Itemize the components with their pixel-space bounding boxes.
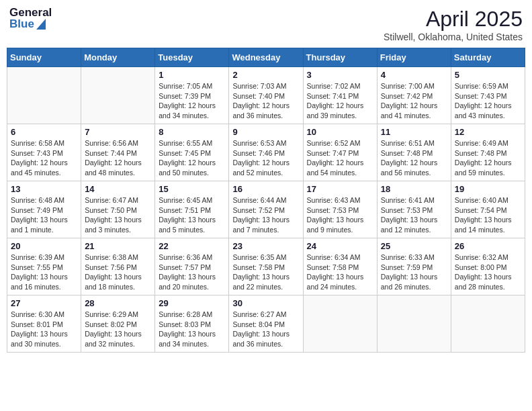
day-info: Sunrise: 6:59 AM Sunset: 7:43 PM Dayligh… bbox=[455, 81, 521, 121]
day-info: Sunrise: 6:44 AM Sunset: 7:52 PM Dayligh… bbox=[232, 195, 299, 235]
calendar-cell: 7Sunrise: 6:56 AM Sunset: 7:44 PM Daylig… bbox=[81, 124, 155, 181]
week-row-3: 13Sunrise: 6:48 AM Sunset: 7:49 PM Dayli… bbox=[7, 181, 525, 238]
logo: General Blue bbox=[9, 7, 52, 30]
day-number: 12 bbox=[455, 127, 521, 137]
day-info: Sunrise: 6:40 AM Sunset: 7:54 PM Dayligh… bbox=[455, 195, 521, 235]
calendar-header-sunday: Sunday bbox=[7, 48, 81, 67]
logo-general: General bbox=[9, 7, 52, 18]
logo-triangle-icon bbox=[36, 19, 46, 30]
day-number: 18 bbox=[381, 184, 447, 194]
calendar-cell: 13Sunrise: 6:48 AM Sunset: 7:49 PM Dayli… bbox=[7, 181, 81, 238]
day-number: 6 bbox=[11, 127, 77, 137]
day-info: Sunrise: 6:34 AM Sunset: 7:58 PM Dayligh… bbox=[307, 253, 373, 292]
calendar-header-saturday: Saturday bbox=[451, 48, 525, 67]
calendar-cell: 21Sunrise: 6:38 AM Sunset: 7:56 PM Dayli… bbox=[81, 238, 155, 295]
calendar-cell: 17Sunrise: 6:43 AM Sunset: 7:53 PM Dayli… bbox=[303, 181, 377, 238]
day-info: Sunrise: 6:45 AM Sunset: 7:51 PM Dayligh… bbox=[159, 195, 225, 235]
calendar-cell: 20Sunrise: 6:39 AM Sunset: 7:55 PM Dayli… bbox=[7, 238, 81, 295]
svg-marker-0 bbox=[36, 19, 46, 30]
day-number: 3 bbox=[307, 70, 373, 80]
day-number: 8 bbox=[159, 127, 225, 137]
calendar-cell: 14Sunrise: 6:47 AM Sunset: 7:50 PM Dayli… bbox=[81, 181, 155, 238]
day-info: Sunrise: 6:41 AM Sunset: 7:53 PM Dayligh… bbox=[381, 195, 447, 235]
calendar-header-thursday: Thursday bbox=[303, 48, 377, 67]
calendar-cell: 30Sunrise: 6:27 AM Sunset: 8:04 PM Dayli… bbox=[229, 295, 303, 353]
day-number: 23 bbox=[232, 241, 299, 251]
day-info: Sunrise: 6:36 AM Sunset: 7:57 PM Dayligh… bbox=[159, 253, 225, 292]
day-info: Sunrise: 6:58 AM Sunset: 7:43 PM Dayligh… bbox=[11, 138, 77, 178]
day-info: Sunrise: 6:55 AM Sunset: 7:45 PM Dayligh… bbox=[159, 138, 225, 178]
calendar-cell: 25Sunrise: 6:33 AM Sunset: 7:59 PM Dayli… bbox=[377, 238, 451, 295]
day-number: 30 bbox=[232, 298, 299, 308]
day-number: 27 bbox=[11, 298, 77, 308]
calendar-cell: 18Sunrise: 6:41 AM Sunset: 7:53 PM Dayli… bbox=[377, 181, 451, 238]
calendar-cell: 3Sunrise: 7:02 AM Sunset: 7:41 PM Daylig… bbox=[303, 67, 377, 124]
calendar-table: SundayMondayTuesdayWednesdayThursdayFrid… bbox=[7, 48, 525, 353]
day-info: Sunrise: 6:28 AM Sunset: 8:03 PM Dayligh… bbox=[159, 310, 225, 349]
page-header: General Blue April 2025 Stilwell, Oklaho… bbox=[7, 7, 525, 42]
week-row-1: 1Sunrise: 7:05 AM Sunset: 7:39 PM Daylig… bbox=[7, 67, 525, 124]
day-number: 14 bbox=[85, 184, 151, 194]
day-info: Sunrise: 6:48 AM Sunset: 7:49 PM Dayligh… bbox=[11, 195, 77, 235]
week-row-5: 27Sunrise: 6:30 AM Sunset: 8:01 PM Dayli… bbox=[7, 295, 525, 353]
day-number: 28 bbox=[85, 298, 151, 308]
calendar-cell: 19Sunrise: 6:40 AM Sunset: 7:54 PM Dayli… bbox=[451, 181, 525, 238]
calendar-cell: 29Sunrise: 6:28 AM Sunset: 8:03 PM Dayli… bbox=[155, 295, 229, 353]
day-number: 11 bbox=[381, 127, 447, 137]
day-info: Sunrise: 6:38 AM Sunset: 7:56 PM Dayligh… bbox=[85, 253, 151, 292]
day-number: 21 bbox=[85, 241, 151, 251]
calendar-cell: 9Sunrise: 6:53 AM Sunset: 7:46 PM Daylig… bbox=[229, 124, 303, 181]
day-info: Sunrise: 7:00 AM Sunset: 7:42 PM Dayligh… bbox=[381, 81, 447, 121]
day-info: Sunrise: 6:32 AM Sunset: 8:00 PM Dayligh… bbox=[455, 253, 521, 292]
calendar-cell: 28Sunrise: 6:29 AM Sunset: 8:02 PM Dayli… bbox=[81, 295, 155, 353]
day-number: 2 bbox=[232, 70, 299, 80]
day-number: 24 bbox=[307, 241, 373, 251]
day-number: 4 bbox=[381, 70, 447, 80]
day-info: Sunrise: 6:47 AM Sunset: 7:50 PM Dayligh… bbox=[85, 195, 151, 235]
week-row-2: 6Sunrise: 6:58 AM Sunset: 7:43 PM Daylig… bbox=[7, 124, 525, 181]
day-number: 26 bbox=[455, 241, 521, 251]
calendar-cell: 1Sunrise: 7:05 AM Sunset: 7:39 PM Daylig… bbox=[155, 67, 229, 124]
calendar-cell: 24Sunrise: 6:34 AM Sunset: 7:58 PM Dayli… bbox=[303, 238, 377, 295]
calendar-cell: 6Sunrise: 6:58 AM Sunset: 7:43 PM Daylig… bbox=[7, 124, 81, 181]
day-number: 22 bbox=[159, 241, 225, 251]
day-info: Sunrise: 6:39 AM Sunset: 7:55 PM Dayligh… bbox=[11, 253, 77, 292]
calendar-cell bbox=[303, 295, 377, 353]
day-info: Sunrise: 7:03 AM Sunset: 7:40 PM Dayligh… bbox=[232, 81, 299, 121]
day-number: 20 bbox=[11, 241, 77, 251]
day-number: 16 bbox=[232, 184, 299, 194]
day-number: 29 bbox=[159, 298, 225, 308]
day-info: Sunrise: 6:52 AM Sunset: 7:47 PM Dayligh… bbox=[307, 138, 373, 178]
calendar-cell bbox=[7, 67, 81, 124]
day-number: 5 bbox=[455, 70, 521, 80]
calendar-header-tuesday: Tuesday bbox=[155, 48, 229, 67]
day-info: Sunrise: 6:53 AM Sunset: 7:46 PM Dayligh… bbox=[232, 138, 299, 178]
calendar-cell: 16Sunrise: 6:44 AM Sunset: 7:52 PM Dayli… bbox=[229, 181, 303, 238]
day-number: 19 bbox=[455, 184, 521, 194]
day-info: Sunrise: 6:49 AM Sunset: 7:48 PM Dayligh… bbox=[455, 138, 521, 178]
day-number: 9 bbox=[232, 127, 299, 137]
calendar-cell bbox=[377, 295, 451, 353]
day-info: Sunrise: 6:30 AM Sunset: 8:01 PM Dayligh… bbox=[11, 310, 77, 349]
page-subtitle: Stilwell, Oklahoma, United States bbox=[384, 32, 523, 42]
calendar-cell: 22Sunrise: 6:36 AM Sunset: 7:57 PM Dayli… bbox=[155, 238, 229, 295]
title-block: April 2025 Stilwell, Oklahoma, United St… bbox=[384, 7, 523, 42]
day-info: Sunrise: 7:05 AM Sunset: 7:39 PM Dayligh… bbox=[159, 81, 225, 121]
calendar-cell: 23Sunrise: 6:35 AM Sunset: 7:58 PM Dayli… bbox=[229, 238, 303, 295]
day-number: 25 bbox=[381, 241, 447, 251]
calendar-cell: 10Sunrise: 6:52 AM Sunset: 7:47 PM Dayli… bbox=[303, 124, 377, 181]
day-info: Sunrise: 6:43 AM Sunset: 7:53 PM Dayligh… bbox=[307, 195, 373, 235]
day-number: 1 bbox=[159, 70, 225, 80]
calendar-cell: 8Sunrise: 6:55 AM Sunset: 7:45 PM Daylig… bbox=[155, 124, 229, 181]
day-number: 7 bbox=[85, 127, 151, 137]
day-info: Sunrise: 6:27 AM Sunset: 8:04 PM Dayligh… bbox=[232, 310, 299, 349]
week-row-4: 20Sunrise: 6:39 AM Sunset: 7:55 PM Dayli… bbox=[7, 238, 525, 295]
calendar-cell bbox=[451, 295, 525, 353]
day-number: 15 bbox=[159, 184, 225, 194]
day-number: 17 bbox=[307, 184, 373, 194]
day-info: Sunrise: 6:35 AM Sunset: 7:58 PM Dayligh… bbox=[232, 253, 299, 292]
day-number: 13 bbox=[11, 184, 77, 194]
calendar-cell: 15Sunrise: 6:45 AM Sunset: 7:51 PM Dayli… bbox=[155, 181, 229, 238]
logo-blue: Blue bbox=[9, 18, 52, 30]
calendar-cell: 4Sunrise: 7:00 AM Sunset: 7:42 PM Daylig… bbox=[377, 67, 451, 124]
